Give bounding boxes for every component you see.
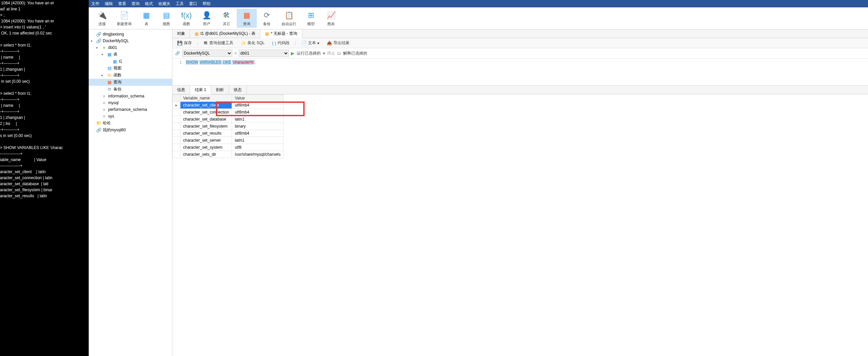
tree-toggle-icon[interactable]: ▾ [96, 46, 100, 50]
table-row[interactable]: character_set_serverlatin1 [173, 137, 283, 144]
ribbon-备份[interactable]: ⟳备份 [257, 9, 277, 28]
ribbon-视图[interactable]: ▤视图 [156, 9, 177, 28]
result-tab-结果 1[interactable]: 结果 1 [190, 86, 211, 94]
cell-variable-name[interactable]: character_set_server [180, 137, 232, 144]
cell-variable-name[interactable]: character_set_system [180, 144, 232, 151]
ribbon-查询[interactable]: ▦查询 [237, 9, 257, 28]
cell-value[interactable]: /usr/share/mysql/charsets [232, 151, 283, 158]
ribbon-表[interactable]: ▦表 [136, 9, 156, 28]
tree-item-表[interactable]: ▾▦表 [89, 51, 172, 58]
cell-value[interactable]: latin1 [232, 137, 283, 144]
ribbon-自动运行[interactable]: 📋自动运行 [277, 9, 301, 28]
run-selected-button[interactable]: 运行已选择的 [297, 51, 321, 56]
save-button[interactable]: 💾保存 [175, 39, 194, 47]
table-row[interactable]: ▸character_set_clientutf8mb4 [173, 102, 283, 109]
tree-item-备份[interactable]: ⟳备份 [89, 86, 172, 93]
menu-工具[interactable]: 工具 [176, 1, 184, 7]
menu-编辑[interactable]: 编辑 [105, 1, 113, 7]
tree-label: DockerMySQL [103, 38, 129, 43]
ribbon-函数[interactable]: f(x)函数 [177, 9, 196, 28]
cell-variable-name[interactable]: character_set_results [180, 130, 232, 137]
tree-item-performance_schema[interactable]: ≡performance_schema [89, 106, 172, 113]
text-button[interactable]: 📄文本 ▾ [299, 39, 321, 47]
cell-value[interactable]: latin1 [232, 116, 283, 123]
explain-selected-button[interactable]: 解释已选择的 [343, 51, 367, 56]
table-row[interactable]: character_set_filesystembinary [173, 123, 283, 130]
menu-格式[interactable]: 格式 [145, 1, 153, 7]
tree-label: 表 [114, 52, 118, 57]
tree-item-information_schema[interactable]: ≡information_schema [89, 93, 172, 99]
menu-帮助[interactable]: 帮助 [203, 1, 211, 7]
menu-文件[interactable]: 文件 [91, 1, 99, 7]
ribbon-其它[interactable]: 🛠其它 [217, 9, 237, 28]
连接-icon: 🔌 [97, 10, 107, 21]
tree-label: 函数 [114, 72, 122, 78]
tree-item-哈哈[interactable]: 📁哈哈 [89, 120, 172, 127]
cell-variable-name[interactable]: character_set_connection [180, 109, 232, 116]
tree-item-sys[interactable]: ≡sys [89, 113, 172, 120]
result-tab-状态[interactable]: 状态 [229, 86, 247, 94]
cell-value[interactable]: utf8 [232, 144, 283, 151]
code-snippet-button[interactable]: ( )代码段 [270, 39, 291, 47]
cell-value[interactable]: utf8mb4 [232, 130, 283, 137]
tree-toggle-icon[interactable]: ▾ [91, 39, 95, 43]
sql-editor[interactable]: 1 SHOW VARIABLES LIKE 'character%'; [173, 59, 868, 85]
tree-label: 备份 [114, 86, 122, 92]
tree-label: performance_schema [108, 107, 147, 112]
result-table[interactable]: Variable_nameValue▸character_set_clientu… [173, 94, 283, 158]
col-Value[interactable]: Value [232, 95, 283, 102]
ribbon-图表[interactable]: 📈图表 [321, 9, 341, 28]
tree-toggle-icon[interactable]: ▸ [101, 73, 105, 77]
cell-variable-name[interactable]: character_sets_dir [180, 151, 232, 158]
ribbon-用户[interactable]: 👤用户 [196, 9, 217, 28]
connection-tree[interactable]: 🔗dingjiaxiong▾🔗DockerMySQL▾≡db01▾▦表▦t1▤视… [89, 29, 173, 356]
table-row[interactable]: character_sets_dir/usr/share/mysql/chars… [173, 151, 283, 158]
tree-item-mysql[interactable]: ≡mysql [89, 99, 172, 106]
tree-label: t1 [119, 59, 122, 64]
tree-item-视图[interactable]: ▤视图 [89, 65, 172, 72]
database-select[interactable]: db01 [239, 50, 289, 57]
table-row[interactable]: character_set_connectionutf8mb4 [173, 109, 283, 116]
cell-value[interactable]: utf8mb4 [232, 102, 283, 109]
ribbon-新建查询[interactable]: 📄新建查询 [112, 9, 136, 28]
connection-select[interactable]: DockerMySQL [182, 50, 232, 57]
result-tab-信息[interactable]: 信息 [173, 86, 190, 94]
tree-toggle-icon[interactable]: ▾ [101, 53, 105, 56]
tab-* 无标题 - 查询[interactable]: ▦* 无标题 - 查询 [260, 29, 302, 38]
menu-查看[interactable]: 查看 [118, 1, 126, 7]
用户-icon: 👤 [201, 10, 212, 21]
table-row[interactable]: character_set_resultsutf8mb4 [173, 130, 283, 137]
tree-item-查询[interactable]: ▦查询 [89, 79, 172, 86]
table-row[interactable]: character_set_systemutf8 [173, 144, 283, 151]
tree-node-icon: 🔗 [96, 31, 101, 37]
ribbon-连接[interactable]: 🔌连接 [92, 9, 112, 28]
result-tab-剖析[interactable]: 剖析 [211, 86, 229, 94]
cell-value[interactable]: binary [232, 123, 283, 130]
menu-窗口[interactable]: 窗口 [189, 1, 197, 7]
tab-t1 @db01 (DockerMySQL) - 表[interactable]: ▦t1 @db01 (DockerMySQL) - 表 [190, 29, 260, 38]
beautify-sql-button[interactable]: ✨美化 SQL [239, 39, 267, 47]
tree-label: sys [108, 114, 114, 119]
cell-value[interactable]: utf8mb4 [232, 109, 283, 116]
图表-icon: 📈 [326, 10, 336, 21]
query-builder-button[interactable]: 🛠查询创建工具 [202, 39, 235, 47]
run-icon[interactable]: ▶ [291, 51, 294, 56]
tree-item-dingjiaxiong[interactable]: 🔗dingjiaxiong [89, 31, 172, 37]
export-result-button[interactable]: 📤导出结果 [325, 39, 351, 47]
tab-对象[interactable]: 对象 [173, 29, 190, 38]
tree-item-我的mysql80[interactable]: 🔗我的mysql80 [89, 127, 172, 134]
cell-variable-name[interactable]: character_set_filesystem [180, 123, 232, 130]
table-row[interactable]: character_set_databaselatin1 [173, 116, 283, 123]
menu-收藏夹[interactable]: 收藏夹 [158, 1, 170, 7]
tree-item-DockerMySQL[interactable]: ▾🔗DockerMySQL [89, 37, 172, 44]
ribbon-模型[interactable]: ⊞模型 [301, 9, 321, 28]
menu-查询[interactable]: 查询 [131, 1, 140, 7]
stop-button[interactable]: 停止 [327, 51, 335, 56]
cell-variable-name[interactable]: character_set_database [180, 116, 232, 123]
tree-item-函数[interactable]: ▸fx函数 [89, 72, 172, 79]
cell-variable-name[interactable]: character_set_client [180, 102, 232, 109]
col-Variable_name[interactable]: Variable_name [180, 95, 232, 102]
tree-item-t1[interactable]: ▦t1 [89, 58, 172, 65]
sql-line[interactable]: SHOW VARIABLES LIKE 'character%'; [186, 60, 255, 84]
tree-item-db01[interactable]: ▾≡db01 [89, 44, 172, 51]
